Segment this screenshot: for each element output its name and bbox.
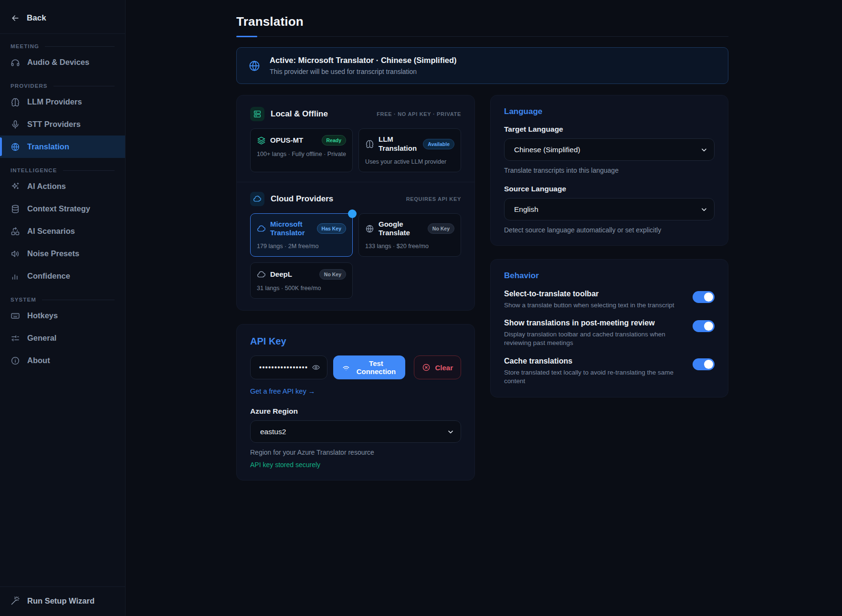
language-heading: Language: [504, 107, 715, 116]
cloud-icon: [257, 224, 266, 233]
setting-title: Show translations in post-meeting review: [504, 319, 674, 327]
behavior-heading: Behavior: [504, 271, 715, 281]
cloud-providers-header: Cloud Providers REQUIRES API KEY: [250, 192, 461, 206]
sidebar-item-general[interactable]: General: [0, 327, 125, 349]
back-label: Back: [27, 13, 46, 23]
sidebar-item-stt-providers[interactable]: STT Providers: [0, 113, 125, 136]
keyboard-icon: [11, 311, 20, 321]
behavior-panel: Behavior Select-to-translate toolbar Sho…: [490, 259, 728, 397]
toggle-post-meeting-review[interactable]: [693, 320, 715, 332]
target-language-label: Target Language: [504, 125, 715, 134]
provider-name: Google Translate: [379, 220, 423, 238]
sidebar-item-hotkeys[interactable]: Hotkeys: [0, 304, 125, 327]
provider-card-google-translate[interactable]: Google Translate No Key 133 langs · $20 …: [358, 213, 461, 257]
status-badge: Available: [423, 139, 454, 149]
setting-title: Cache translations: [504, 357, 674, 365]
provider-card-deepl[interactable]: DeepL No Key 31 langs · 500K free/mo: [250, 262, 353, 299]
wizard-label: Run Setup Wizard: [27, 596, 95, 606]
sidebar-item-audio-devices[interactable]: Audio & Devices: [0, 51, 125, 73]
clear-button[interactable]: Clear: [414, 355, 461, 379]
api-key-input[interactable]: ••••••••••••••••: [250, 355, 327, 379]
sidebar-item-label: LLM Providers: [27, 97, 82, 106]
toggle-knob: [704, 360, 713, 369]
provider-name: OPUS-MT: [270, 136, 317, 145]
globe-icon: [11, 142, 20, 152]
test-connection-button[interactable]: Test Connection: [333, 355, 405, 379]
status-badge: No Key: [319, 269, 346, 280]
target-language-select[interactable]: Chinese (Simplified): [504, 138, 715, 161]
sidebar-item-label: Audio & Devices: [27, 58, 89, 67]
provider-card-llm-translation[interactable]: LLM Translation Available Uses your acti…: [358, 128, 461, 172]
sidebar-item-confidence[interactable]: Confidence: [0, 265, 125, 287]
sidebar-item-ai-actions[interactable]: AI Actions: [0, 175, 125, 198]
sidebar-item-label: Translation: [27, 142, 69, 151]
cloud-icon: [257, 270, 266, 279]
target-language-help: Translate transcripts into this language: [504, 167, 715, 174]
setting-row-cache-translations: Cache translations Store translated text…: [504, 357, 715, 386]
setting-desc: Show a translate button when selecting t…: [504, 301, 674, 310]
back-button[interactable]: Back: [0, 0, 125, 33]
info-icon: [11, 356, 20, 365]
toggle-knob: [704, 322, 713, 331]
azure-region-select[interactable]: eastus2: [250, 420, 461, 443]
sidebar-item-ai-scenarios[interactable]: AI Scenarios: [0, 220, 125, 242]
sidebar-item-translation[interactable]: Translation: [0, 136, 125, 158]
section-label-meeting: MEETING: [11, 43, 115, 49]
sidebar-item-label: About: [27, 356, 50, 365]
providers-panel: Local & Offline FREE · NO API KEY · PRIV…: [236, 95, 475, 311]
language-panel: Language Target Language Chinese (Simpli…: [490, 95, 728, 246]
provider-desc: 100+ langs · Fully offline · Private: [257, 151, 346, 157]
secure-note: API key stored securely: [250, 461, 461, 469]
eye-icon[interactable]: [312, 363, 320, 372]
provider-name: DeepL: [270, 270, 315, 279]
active-provider-banner: Active: Microsoft Translator · Chinese (…: [236, 47, 728, 84]
sidebar-item-label: Hotkeys: [27, 311, 58, 320]
region-help-text: Region for your Azure Translator resourc…: [250, 449, 461, 456]
scenarios-icon: [11, 227, 20, 236]
provider-desc: Uses your active LLM provider: [365, 158, 454, 165]
selected-indicator-dot: [348, 209, 357, 218]
page-title: Translation: [236, 14, 728, 29]
sidebar-item-llm-providers[interactable]: LLM Providers: [0, 91, 125, 113]
sidebar-item-about[interactable]: About: [0, 349, 125, 372]
status-badge: Ready: [322, 135, 347, 146]
microphone-icon: [11, 120, 20, 129]
setting-desc: Display translation toolbar and cached t…: [504, 330, 674, 347]
sidebar-item-noise-presets[interactable]: Noise Presets: [0, 242, 125, 265]
bar-chart-icon: [11, 271, 20, 281]
provider-desc: 133 langs · $20 free/mo: [365, 243, 454, 250]
spacer: [0, 372, 125, 586]
setting-row-select-to-translate: Select-to-translate toolbar Show a trans…: [504, 290, 715, 310]
group-tag: FREE · NO API KEY · PRIVATE: [377, 111, 461, 117]
source-language-help: Detect source language automatically or …: [504, 226, 715, 234]
brain-icon: [11, 97, 20, 107]
setting-row-post-meeting-review: Show translations in post-meeting review…: [504, 319, 715, 347]
get-api-key-link[interactable]: Get a free API key →: [250, 387, 315, 395]
group-title: Cloud Providers: [271, 194, 333, 204]
divider: [237, 182, 474, 182]
sliders-icon: [11, 334, 20, 343]
provider-desc: 31 langs · 500K free/mo: [257, 285, 346, 292]
arrow-left-icon: [11, 13, 20, 23]
banner-subtitle: This provider will be used for transcrip…: [270, 68, 456, 75]
sidebar-item-label: AI Actions: [27, 182, 66, 191]
title-underline: [236, 36, 728, 37]
sidebar-item-context-strategy[interactable]: Context Strategy: [0, 198, 125, 220]
divider: [0, 33, 125, 34]
banner-title: Active: Microsoft Translator · Chinese (…: [270, 56, 456, 65]
toggle-cache-translations[interactable]: [693, 358, 715, 370]
group-tag: REQUIRES API KEY: [406, 196, 461, 202]
x-circle-icon: [422, 363, 431, 372]
section-label-system: SYSTEM: [11, 297, 115, 303]
provider-card-microsoft-translator[interactable]: Microsoft Translator Has Key 179 langs ·…: [250, 213, 353, 257]
provider-card-opus-mt[interactable]: OPUS-MT Ready 100+ langs · Fully offline…: [250, 128, 353, 172]
layers-icon: [257, 136, 266, 145]
sidebar: Back MEETING Audio & Devices PROVIDERS L…: [0, 0, 126, 616]
run-setup-wizard-button[interactable]: Run Setup Wizard: [0, 587, 125, 616]
globe-icon: [365, 224, 374, 233]
cloud-icon: [250, 192, 264, 206]
toggle-select-to-translate[interactable]: [693, 291, 715, 303]
sidebar-item-label: STT Providers: [27, 120, 81, 129]
source-language-select[interactable]: English: [504, 198, 715, 220]
provider-name: Microsoft Translator: [270, 220, 313, 238]
